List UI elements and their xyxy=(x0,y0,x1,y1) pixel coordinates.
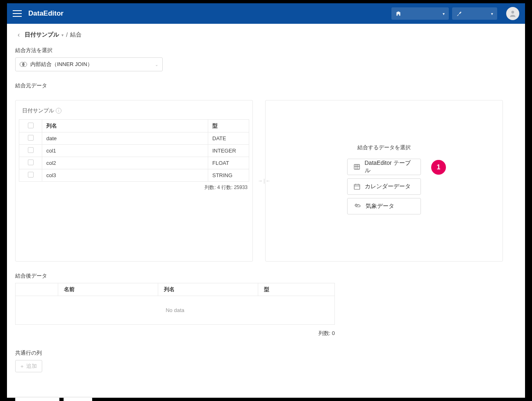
source-label: 結合元データ xyxy=(15,82,521,89)
join-method-label: 結合方法を選択 xyxy=(15,47,521,54)
header-dropdown-1[interactable]: ▾ xyxy=(391,7,449,20)
join-method-select[interactable]: 内部結合（INNER JOIN） ⌄ xyxy=(15,57,163,71)
svg-point-3 xyxy=(23,63,24,66)
svg-rect-8 xyxy=(354,185,360,189)
chevron-down-icon: ▾ xyxy=(491,11,493,16)
app-title: DataEditor xyxy=(28,9,64,18)
result-no-data: No data xyxy=(15,296,335,325)
source-columns-table: 列名 型 dateDATE col1INTEGER col2FLOAT col3… xyxy=(19,119,249,182)
user-icon xyxy=(509,9,517,18)
result-header-col: 列名 xyxy=(158,283,258,296)
breadcrumb-item-1[interactable]: 日付サンプル xyxy=(25,31,59,39)
table-icon xyxy=(353,163,361,171)
svg-point-0 xyxy=(512,11,514,14)
col-header-name: 列名 xyxy=(42,120,208,132)
select-all-checkbox[interactable] xyxy=(28,123,34,128)
svg-rect-4 xyxy=(354,164,359,169)
cancel-button[interactable]: キャンセル xyxy=(15,397,59,401)
inner-join-icon xyxy=(20,62,27,67)
header-dropdown-2[interactable]: ▾ xyxy=(452,7,497,20)
result-header-type: 型 xyxy=(258,283,335,296)
menu-icon[interactable] xyxy=(13,10,22,17)
source-panel-title: 日付サンプル xyxy=(22,107,54,114)
plus-icon: + xyxy=(20,363,24,369)
chevron-down-icon: ▾ xyxy=(443,11,445,16)
resize-handle[interactable]: →|← xyxy=(258,178,271,184)
back-button[interactable]: ‹ xyxy=(15,31,22,39)
result-label: 結合後データ xyxy=(15,272,521,280)
user-avatar[interactable] xyxy=(506,7,519,20)
row-checkbox[interactable] xyxy=(28,135,34,141)
add-button[interactable]: + 追加 xyxy=(15,360,42,372)
breadcrumb: ‹ 日付サンプル ▾ / 結合 xyxy=(11,31,525,39)
breadcrumb-separator: / xyxy=(66,32,68,38)
info-icon[interactable]: i xyxy=(56,108,61,114)
result-count: 列数: 0 xyxy=(15,325,335,337)
row-checkbox[interactable] xyxy=(28,147,34,153)
result-table: 名前 列名 型 xyxy=(15,283,335,296)
table-row: dateDATE xyxy=(19,132,249,145)
result-header-name: 名前 xyxy=(58,283,158,296)
target-panel: 結合するデータを選択 DataEditor テーブル 1 カレンダーデータ 気象… xyxy=(265,100,503,262)
callout-badge: 1 xyxy=(431,160,446,175)
chevron-down-icon: ⌄ xyxy=(155,62,158,67)
wrench-icon xyxy=(456,11,462,16)
row-checkbox[interactable] xyxy=(28,172,34,178)
target-title: 結合するデータを選択 xyxy=(357,144,411,151)
calendar-icon xyxy=(353,183,361,190)
common-label: 共通行の列 xyxy=(15,349,521,357)
confirm-button[interactable]: 確 認 xyxy=(64,397,92,401)
join-method-value: 内部結合（INNER JOIN） xyxy=(30,61,93,68)
col-header-type: 型 xyxy=(208,120,249,132)
table-row: col3STRING xyxy=(19,169,249,182)
option-calendar-data[interactable]: カレンダーデータ xyxy=(347,178,421,195)
table-row: col1INTEGER xyxy=(19,145,249,157)
source-panel: 日付サンプル i 列名 型 dateDATE col1INTEGER col2F… xyxy=(15,100,253,262)
option-weather-data[interactable]: 気象データ xyxy=(347,198,421,214)
source-count: 列数: 4 行数: 25933 xyxy=(19,182,249,191)
building-icon xyxy=(396,11,401,16)
chevron-down-icon[interactable]: ▾ xyxy=(61,33,64,37)
result-header-blank xyxy=(16,283,58,296)
option-dataeditor-table[interactable]: DataEditor テーブル 1 xyxy=(347,159,421,175)
table-row: col2FLOAT xyxy=(19,157,249,169)
breadcrumb-item-2: 結合 xyxy=(70,31,82,39)
weather-icon xyxy=(353,203,361,210)
row-checkbox[interactable] xyxy=(28,159,34,165)
